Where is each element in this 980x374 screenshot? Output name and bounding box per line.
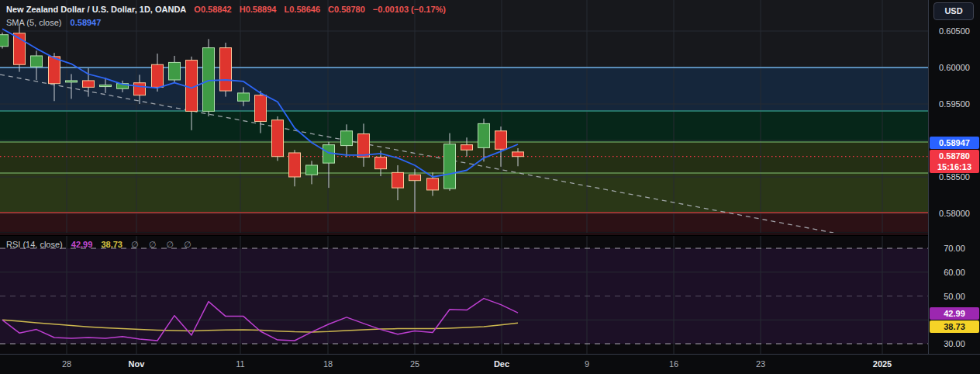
ohlc-open: O0.58842	[194, 5, 231, 14]
axis-price-label: 0.60000	[929, 63, 980, 72]
sma-legend[interactable]: SMA (5, close) 0.58947	[6, 18, 101, 27]
trading-chart-app: New Zealand Dollar / U.S. Dollar, 1D, OA…	[0, 0, 980, 374]
candle-body-up	[31, 56, 43, 67]
candle-body-down	[289, 153, 301, 177]
candle-body-up	[478, 123, 490, 147]
axis-price-label: 0.58500	[929, 172, 980, 182]
time-axis-label: Nov	[129, 359, 145, 369]
chart-area: New Zealand Dollar / U.S. Dollar, 1D, OA…	[0, 0, 928, 374]
rsi-label: RSI (14, close)	[6, 240, 63, 249]
time-axis-label: Dec	[494, 359, 509, 369]
rsi-pane[interactable]	[0, 236, 928, 354]
sma-value: 0.58947	[71, 18, 102, 27]
currency-button[interactable]: USD	[933, 2, 974, 20]
time-axis-label: 18	[323, 359, 333, 369]
candle-body-up	[0, 35, 9, 47]
symbol-legend[interactable]: New Zealand Dollar / U.S. Dollar, 1D, OA…	[6, 5, 446, 14]
rsi-slow-badge: 38.73	[930, 320, 979, 333]
candle-body-up	[66, 81, 78, 82]
ohlc-low: L0.58646	[285, 5, 320, 14]
candle-body-down	[495, 131, 507, 150]
candle	[220, 43, 232, 97]
candle-body-down	[220, 48, 232, 91]
rsi-hidden-values: ∅ ∅ ∅ ∅	[131, 240, 195, 249]
candle	[203, 39, 215, 116]
price-axis[interactable]: USD 0.605000.600000.595000.585000.580007…	[928, 0, 980, 354]
candle-body-down	[512, 152, 524, 157]
time-axis-label: 9	[585, 359, 589, 369]
candle	[272, 116, 284, 161]
price-zone-band	[0, 111, 928, 142]
candle-body-down	[134, 83, 146, 95]
candle-body-up	[306, 165, 318, 175]
ohlc-close: C0.58780	[328, 5, 365, 14]
axis-price-label: 0.60500	[929, 26, 980, 36]
rsi-legend[interactable]: RSI (14, close) 42.99 38.73 ∅ ∅ ∅ ∅	[6, 240, 195, 250]
time-axis-label: 16	[669, 359, 678, 369]
time-axis-label: 11	[236, 359, 244, 369]
axis-price-label: 0.59500	[929, 99, 980, 109]
axis-price-label: 0.58000	[929, 209, 980, 218]
sma-price-badge: 0.58947	[930, 137, 979, 149]
candle-body-up	[444, 144, 456, 189]
symbol-title: New Zealand Dollar / U.S. Dollar, 1D, OA…	[6, 5, 186, 14]
axis-price-label: 70.00	[929, 244, 980, 253]
axis-price-label: 60.00	[929, 268, 980, 277]
price-zone-band	[0, 213, 928, 232]
sma-label: SMA (5, close)	[6, 18, 62, 27]
candle-body-up	[100, 85, 112, 87]
candle-body-down	[392, 172, 404, 188]
ohlc-high: H0.58894	[240, 5, 277, 14]
time-axis-label: 25	[410, 359, 419, 369]
price-zone-band	[0, 173, 928, 213]
candle-body-down	[49, 57, 60, 84]
axis-price-label: 50.00	[929, 292, 980, 301]
candle-body-down	[358, 134, 370, 158]
candle-body-down	[272, 120, 284, 157]
time-axis-label: 2025	[873, 359, 892, 369]
candle-body-down	[375, 158, 387, 169]
time-axis-label: 23	[756, 359, 765, 369]
candle-body-down	[461, 145, 473, 151]
rsi-fast-badge: 42.99	[930, 307, 979, 320]
candle-body-down	[427, 178, 439, 190]
candle-body-down	[83, 81, 95, 87]
candle	[0, 33, 9, 49]
rsi-slow-value: 38.73	[101, 240, 122, 249]
axis-price-label: 30.00	[929, 339, 980, 348]
candle-body-up	[169, 62, 181, 80]
candle-body-down	[255, 95, 267, 122]
time-axis[interactable]: 28Nov111825Dec916232025	[0, 354, 980, 374]
candle-body-down	[409, 175, 421, 181]
candle-body-up	[341, 131, 353, 146]
last-price-badge: 0.5878015:16:13	[930, 150, 979, 173]
candle-body-up	[203, 48, 215, 112]
time-axis-label: 28	[62, 359, 71, 369]
candle-body-down	[152, 64, 164, 87]
candle-body-up	[238, 93, 250, 101]
price-change: −0.00103 (−0.17%)	[373, 5, 446, 14]
rsi-fast-value: 42.99	[71, 240, 93, 249]
price-pane[interactable]	[0, 0, 928, 235]
